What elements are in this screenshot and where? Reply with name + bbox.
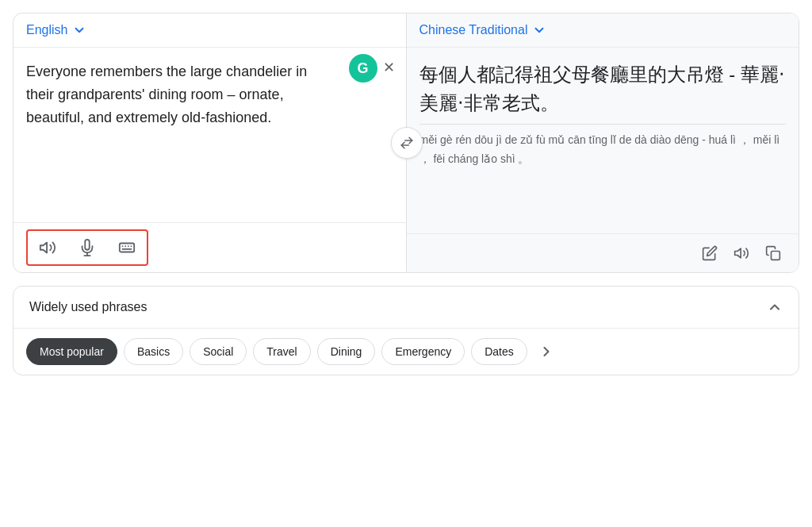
source-text: Everyone remembers the large chandelier … bbox=[26, 60, 327, 129]
phrases-tabs: Most popular Basics Social Travel Dining… bbox=[13, 329, 799, 375]
svg-marker-0 bbox=[40, 243, 47, 253]
right-toolbar bbox=[407, 233, 799, 272]
tab-dining[interactable]: Dining bbox=[317, 338, 376, 365]
copy-icon bbox=[765, 245, 781, 261]
translation-area: 每個人都記得祖父母餐廳里的大吊燈 - 華麗‧美麗‧非常老式。 měi gè ré… bbox=[407, 48, 799, 233]
swap-icon bbox=[400, 136, 414, 150]
main-container: English G ✕ Everyone remembers the large… bbox=[13, 13, 799, 375]
keyboard-icon bbox=[118, 239, 136, 256]
mic-icon bbox=[79, 239, 96, 256]
svg-rect-12 bbox=[772, 252, 780, 260]
translator-panel: English G ✕ Everyone remembers the large… bbox=[13, 13, 799, 273]
target-lang-selector[interactable]: Chinese Traditional bbox=[407, 13, 799, 48]
target-lang-chevron-icon bbox=[532, 23, 546, 37]
tab-dates[interactable]: Dates bbox=[471, 338, 527, 365]
source-lang-label: English bbox=[26, 23, 67, 37]
svg-marker-11 bbox=[735, 248, 741, 258]
svg-rect-3 bbox=[120, 244, 134, 252]
translation-text: 每個人都記得祖父母餐廳里的大吊燈 - 華麗‧美麗‧非常老式。 bbox=[407, 48, 799, 124]
phrases-title: Widely used phrases bbox=[29, 300, 147, 314]
right-panel: Chinese Traditional 每個人都記得祖父母餐廳里的大吊燈 - 華… bbox=[407, 13, 799, 272]
left-toolbar bbox=[13, 222, 406, 272]
tab-emergency[interactable]: Emergency bbox=[381, 338, 465, 365]
source-lang-chevron-icon bbox=[72, 23, 86, 37]
edit-icon bbox=[702, 245, 718, 261]
chevron-right-icon bbox=[538, 344, 554, 360]
tab-travel[interactable]: Travel bbox=[253, 338, 310, 365]
edit-translation-button[interactable] bbox=[697, 240, 722, 266]
more-tabs-button[interactable] bbox=[534, 339, 559, 364]
speaker-translation-icon bbox=[733, 245, 749, 261]
mic-button[interactable] bbox=[74, 234, 101, 261]
speak-translation-button[interactable] bbox=[729, 240, 754, 266]
keyboard-button[interactable] bbox=[113, 234, 140, 261]
copy-translation-button[interactable] bbox=[760, 240, 786, 266]
phrases-header: Widely used phrases bbox=[13, 287, 799, 329]
phrases-section: Widely used phrases Most popular Basics … bbox=[13, 286, 799, 375]
swap-languages-button[interactable] bbox=[391, 127, 423, 159]
target-lang-label: Chinese Traditional bbox=[419, 23, 528, 37]
source-text-area: G ✕ Everyone remembers the large chandel… bbox=[13, 48, 406, 222]
speaker-icon bbox=[39, 239, 56, 256]
source-lang-selector[interactable]: English bbox=[13, 13, 406, 48]
grammarly-badge[interactable]: G bbox=[349, 54, 377, 83]
clear-button[interactable]: ✕ bbox=[380, 57, 398, 78]
speak-button[interactable] bbox=[34, 234, 61, 261]
tab-most-popular[interactable]: Most popular bbox=[26, 338, 117, 365]
toolbar-box bbox=[26, 229, 148, 266]
phrases-collapse-icon[interactable] bbox=[767, 299, 783, 315]
grammarly-icon: G bbox=[357, 60, 368, 77]
left-panel: English G ✕ Everyone remembers the large… bbox=[13, 13, 407, 272]
tab-social[interactable]: Social bbox=[190, 338, 247, 365]
tab-basics[interactable]: Basics bbox=[124, 338, 183, 365]
romanization-text: měi gè rén dōu jì de zǔ fù mǔ cān tīng l… bbox=[407, 125, 799, 182]
